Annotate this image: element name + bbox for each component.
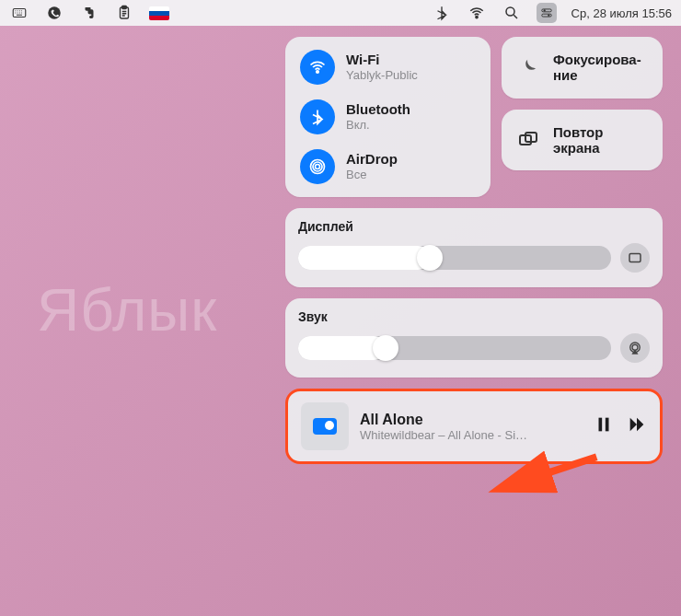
display-slider[interactable]	[298, 246, 611, 270]
display-tile: Дисплей	[285, 208, 663, 287]
wifi-title: Wi-Fi	[346, 52, 418, 68]
control-center-icon[interactable]	[537, 3, 557, 23]
keyboard-icon[interactable]	[9, 3, 29, 23]
bluetooth-title: Bluetooth	[346, 101, 410, 118]
screen-mirroring-icon	[514, 129, 542, 151]
input-source-russian-flag[interactable]	[149, 6, 169, 20]
watermark-text: Яблык	[37, 276, 217, 344]
evernote-icon[interactable]	[79, 3, 99, 23]
bluetooth-subtitle: Вкл.	[346, 118, 410, 133]
wifi-row[interactable]: Wi-Fi Yablyk-Public	[300, 50, 476, 85]
viber-icon[interactable]	[44, 3, 64, 23]
moon-icon	[514, 57, 542, 77]
control-center-panel: Wi-Fi Yablyk-Public Bluetooth Вкл. AirDr…	[285, 37, 663, 464]
menubar: Ср, 28 июля 15:56	[0, 0, 681, 26]
screen-mirroring-tile[interactable]: Повтор экрана	[502, 110, 663, 171]
focus-tile[interactable]: Фокусирова- ние	[502, 37, 663, 99]
bluetooth-icon	[300, 99, 335, 134]
focus-label: Фокусирова- ние	[553, 52, 641, 84]
svg-rect-17	[629, 254, 641, 262]
airdrop-icon	[300, 149, 335, 184]
pause-button[interactable]	[594, 414, 614, 438]
wifi-subtitle: Yablyk-Public	[346, 68, 418, 83]
sound-tile: Звук	[285, 298, 663, 378]
svg-point-11	[316, 165, 320, 169]
svg-point-5	[506, 7, 514, 16]
bluetooth-row[interactable]: Bluetooth Вкл.	[300, 99, 476, 134]
display-label: Дисплей	[298, 219, 650, 234]
svg-point-12	[313, 162, 322, 171]
airdrop-title: AirDrop	[346, 151, 398, 168]
clipboard-icon[interactable]	[114, 3, 134, 23]
svg-point-10	[317, 71, 319, 74]
svg-point-1	[48, 6, 61, 19]
spotlight-icon[interactable]	[502, 3, 522, 23]
svg-point-19	[632, 344, 638, 350]
svg-rect-6	[541, 9, 551, 12]
wifi-menubar-icon[interactable]	[467, 3, 487, 23]
airdrop-subtitle: Все	[346, 168, 398, 182]
airdrop-row[interactable]: AirDrop Все	[300, 149, 476, 184]
menubar-datetime[interactable]: Ср, 28 июля 15:56	[571, 6, 672, 20]
bluetooth-menubar-icon[interactable]	[432, 3, 452, 23]
svg-rect-20	[599, 418, 603, 432]
svg-line-22	[509, 425, 596, 517]
sound-slider[interactable]	[298, 336, 611, 360]
display-options-button[interactable]	[620, 243, 650, 273]
wifi-icon	[300, 50, 335, 85]
sound-label: Звук	[298, 309, 650, 324]
svg-rect-3	[122, 6, 127, 9]
album-art	[301, 402, 349, 450]
svg-rect-8	[541, 14, 551, 17]
screen-mirroring-label: Повтор экрана	[553, 124, 603, 157]
svg-point-9	[548, 14, 549, 16]
svg-point-4	[475, 16, 477, 17]
connectivity-tile: Wi-Fi Yablyk-Public Bluetooth Вкл. AirDr…	[285, 37, 491, 197]
next-track-button[interactable]	[627, 414, 647, 438]
svg-rect-21	[606, 418, 609, 432]
svg-point-7	[543, 9, 545, 11]
airplay-audio-button[interactable]	[620, 333, 650, 363]
